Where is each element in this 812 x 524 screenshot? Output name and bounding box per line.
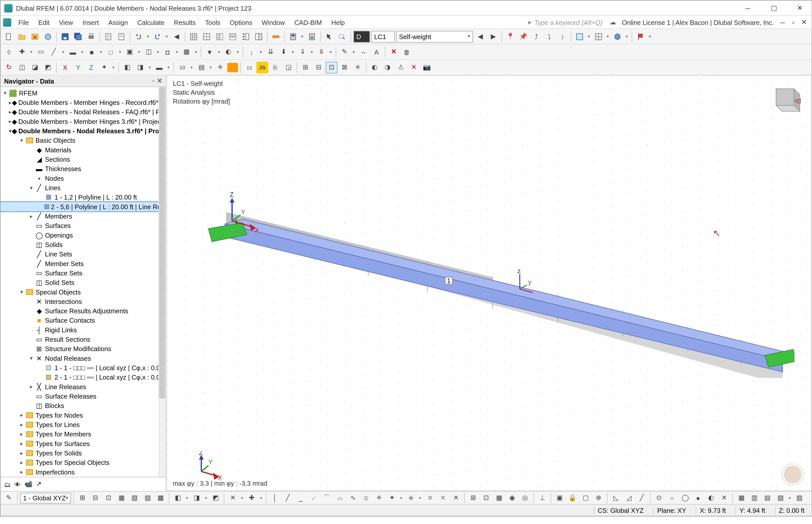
bt-sn2-icon[interactable]: ✚ [246,492,258,504]
t2-ed[interactable]: ▾ [352,49,356,54]
t3-r2-icon[interactable]: ◑ [382,61,394,73]
tree-sections[interactable]: ◢Sections [0,154,166,164]
tree-solid-sets[interactable]: ◫Solid Sets [0,278,166,287]
t3-g1-icon[interactable]: ⚏ [243,61,255,73]
calc-icon[interactable] [287,31,299,43]
pin2-icon[interactable]: 📌 [518,31,529,43]
t3-g3-icon[interactable]: ⎘ [270,61,282,73]
t3-box2-icon[interactable]: ◪ [29,61,41,73]
render-icon[interactable] [611,31,624,43]
tree-surface-sets[interactable]: ▭Surface Sets [0,268,166,278]
t3-m4-icon[interactable]: ⊠ [338,61,351,73]
t3-s1d[interactable]: ▾ [208,65,213,69]
print-icon[interactable] [85,31,97,43]
t3-r1-icon[interactable]: ◐ [369,61,380,73]
bt-o3-icon[interactable]: ◯ [679,492,691,504]
t3-c3-icon[interactable]: ▬ [153,61,165,73]
tree-line-1[interactable]: 1 - 1,2 | Polyline | L : 20.00 ft [0,193,166,202]
keyword-search[interactable]: Type a keyword (Alt+Q) [535,18,603,26]
bt-p4d[interactable]: ▾ [788,495,792,501]
bt-l14-icon[interactable]: ✕ [450,492,462,504]
tree-scrollbar[interactable] [158,87,166,477]
flag-dropdown-icon[interactable]: ▾ [647,34,653,39]
bt-s3-icon[interactable]: ◩ [209,492,221,504]
navfoot-res-icon[interactable]: ↗ [36,480,41,488]
bt-1-icon[interactable]: ✎ [3,492,15,504]
t3-m2-icon[interactable]: ⊟ [312,61,324,73]
bt-s2d[interactable]: ▾ [204,495,208,501]
bt-g2-icon[interactable]: ⊟ [89,492,101,504]
menu-view[interactable]: View [54,17,78,27]
bt-p1-icon[interactable]: ▦ [735,492,747,504]
t3-box-icon[interactable]: ◫ [16,61,28,73]
tree-lines[interactable]: ▾╱Lines [0,183,166,193]
bt-v2-icon[interactable]: ⊡ [480,492,492,504]
tree-openings[interactable]: ◯Openings [0,230,166,240]
t2-9d[interactable]: ▾ [156,49,160,54]
t2-sd[interactable]: ▾ [217,49,221,54]
next-lc-icon[interactable]: ▶ [487,31,499,43]
close-file-icon[interactable] [29,31,41,43]
t2-l5d[interactable]: ▾ [328,49,334,54]
t2-8d[interactable]: ▾ [137,49,141,54]
bt-l11d[interactable]: ▾ [418,495,423,501]
bt-sn1-icon[interactable]: ✕ [227,492,239,504]
t2-l3d[interactable]: ▾ [291,49,295,54]
t3-box3-icon[interactable]: ◩ [42,61,54,73]
loadcase-code-combo[interactable]: LC1 [371,31,395,43]
bt-l5-icon[interactable]: ⌒ [321,492,333,504]
t2-trash-icon[interactable]: 🗑 [401,46,412,58]
pin5-icon[interactable]: ↕ [557,31,569,43]
t2-2d[interactable]: ▾ [29,49,34,54]
redo-dropdown-icon[interactable]: ▾ [165,34,169,39]
tree-imperfections[interactable]: ▸Imperfections [0,468,166,477]
menu-file[interactable]: File [14,17,34,27]
panel-icon[interactable] [253,31,265,43]
navigator-tree[interactable]: ▾🟩RFEM ▸◆Double Members - Member Hinges … [0,87,166,477]
tree-line-2[interactable]: 2 - 5,6 | Polyline | L : 20.00 ft | Line… [0,202,166,212]
t2-1-icon[interactable]: ◊ [3,46,15,58]
tree-types-special[interactable]: ▸Types for Special Objects [0,458,166,467]
t3-warn-icon[interactable]: ⚠ [395,61,407,73]
menu-results[interactable]: Results [169,17,201,27]
bt-sn2d[interactable]: ▾ [259,495,264,501]
bt-l4-icon[interactable]: ⟋ [308,492,320,504]
tree-solids[interactable]: ◫Solids [0,240,166,249]
t2-load3-icon[interactable]: ⬇ [277,46,289,58]
loadcase-name-combo[interactable]: Self-weight▾ [396,31,473,43]
tree-line-sets[interactable]: ╱Line Sets [0,249,166,259]
nav-pin-icon[interactable]: ▫ [152,77,154,84]
tree-thicknesses[interactable]: ▬Thicknesses [0,164,166,174]
navfoot-eye-icon[interactable]: 👁 [14,480,21,488]
tree-nr[interactable]: ▾✕Nodal Releases [0,354,166,363]
viewport-3d[interactable]: LC1 - Self-weight Static Analysis Rotati… [167,75,812,491]
pin3-icon[interactable]: ⤴ [530,31,542,43]
open-icon[interactable] [16,31,28,43]
units-icon[interactable] [270,31,282,43]
t2-load5-icon[interactable]: ⥥ [316,46,327,58]
inner-restore-button[interactable]: ▫ [788,16,798,28]
bt-v3-icon[interactable]: ▦ [493,492,505,504]
t3-xyz-icon[interactable]: ✦ [98,61,110,73]
menu-insert[interactable]: Insert [78,17,103,27]
menu-window[interactable]: Window [257,17,290,27]
t2-8-icon[interactable]: ▣ [124,46,136,58]
bt-s1d[interactable]: ▾ [185,495,189,501]
inner-close-button[interactable]: ✕ [798,16,809,28]
t2-load4-icon[interactable]: ⇓ [297,46,308,58]
bt-p4-icon[interactable]: ▧ [775,492,786,504]
app-menu-icon[interactable] [3,18,12,27]
t2-edit-icon[interactable]: ✎ [338,46,351,58]
bt-l3-icon[interactable]: ⎯ [295,492,307,504]
inner-minimize-button[interactable]: ─ [777,16,788,28]
bt-n3-icon[interactable]: ▢ [579,492,592,504]
bt-l6-icon[interactable]: ⌓ [334,492,346,504]
tree-nodes[interactable]: •Nodes [0,174,166,183]
bt-d2-icon[interactable]: ◿ [623,492,635,504]
t2-7d[interactable]: ▾ [118,49,122,54]
block-icon[interactable] [42,31,54,43]
t3-js-icon[interactable]: JS [256,61,268,73]
t2-11-icon[interactable]: ▦ [181,46,192,58]
menu-options[interactable]: Options [225,17,257,27]
tree-types-nodes[interactable]: ▸Types for Nodes [0,410,166,420]
